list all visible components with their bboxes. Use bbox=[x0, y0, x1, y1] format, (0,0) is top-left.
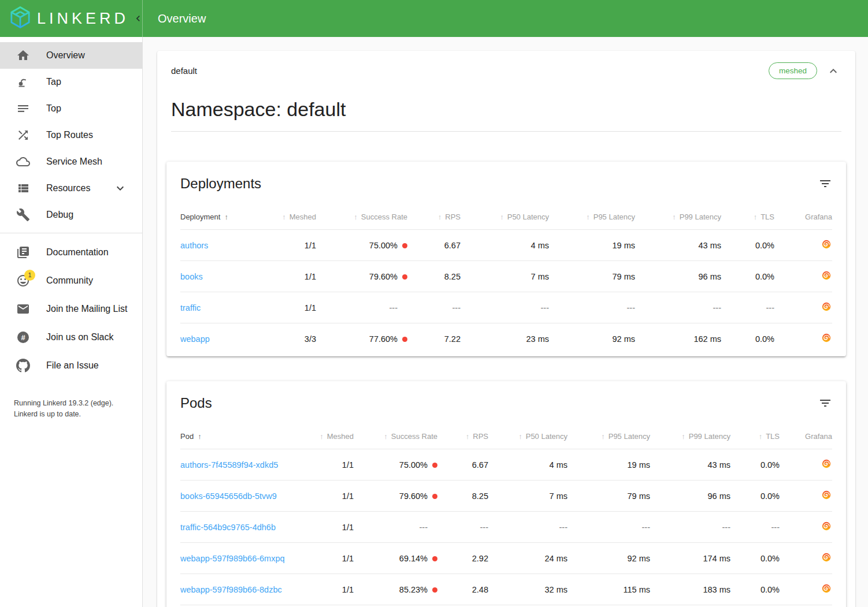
sidebar-item-debug[interactable]: Debug bbox=[0, 202, 142, 228]
namespace-panel-header: default meshed bbox=[157, 51, 855, 90]
column-header-success-rate[interactable]: ↑Success Rate bbox=[354, 425, 437, 449]
sidebar-item-label: Service Mesh bbox=[46, 157, 102, 167]
p99-latency-cell: 174 ms bbox=[650, 543, 730, 574]
app-bar: LINKERD Overview bbox=[0, 0, 868, 37]
p99-latency-cell: 96 ms bbox=[650, 481, 730, 512]
page-title: Overview bbox=[158, 12, 206, 25]
rps-cell: 8.25 bbox=[437, 481, 488, 512]
deployment-link[interactable]: webapp bbox=[180, 334, 210, 344]
deployment-link[interactable]: traffic bbox=[180, 303, 201, 312]
p99-latency-cell: 43 ms bbox=[650, 449, 730, 481]
table-row: authors-7f45589f94-xdkd51/175.00%6.674 m… bbox=[180, 449, 832, 481]
pods-card-title: Pods bbox=[180, 395, 212, 411]
pod-link[interactable]: traffic-564b9c9765-4dh6b bbox=[180, 523, 276, 532]
sidebar-item-join-the-mailing-list[interactable]: Join the Mailing List bbox=[0, 295, 142, 323]
sidebar-item-join-us-on-slack[interactable]: #Join us on Slack bbox=[0, 323, 142, 351]
chevron-down-icon[interactable] bbox=[113, 181, 127, 195]
grafana-link[interactable] bbox=[821, 583, 832, 594]
grafana-link[interactable] bbox=[821, 520, 832, 532]
column-header-p50[interactable]: ↑P50 Latency bbox=[488, 425, 567, 449]
table-row: webapp3/377.60%7.2223 ms92 ms162 ms0.0% bbox=[180, 323, 832, 355]
success-rate-cell: --- bbox=[354, 512, 437, 543]
sidebar-item-top-routes[interactable]: Top Routes bbox=[0, 122, 142, 148]
app-bar-main: Overview bbox=[143, 0, 868, 37]
column-header-p99[interactable]: ↑P99 Latency bbox=[650, 425, 730, 449]
p99-latency-cell: 183 ms bbox=[650, 574, 730, 605]
name-cell: webapp-597f989b66-8dzbc bbox=[180, 574, 296, 605]
sidebar-item-label: File an Issue bbox=[46, 360, 99, 371]
grafana-link[interactable] bbox=[821, 489, 832, 501]
sort-arrow-icon: ↑ bbox=[320, 432, 324, 441]
column-header-p99[interactable]: ↑P99 Latency bbox=[635, 206, 721, 230]
grafana-icon bbox=[821, 458, 832, 470]
sort-arrow-icon: ↑ bbox=[759, 432, 763, 441]
column-header-rps[interactable]: ↑RPS bbox=[407, 206, 461, 230]
tap-icon bbox=[16, 75, 30, 89]
deployment-link[interactable]: authors bbox=[180, 241, 208, 250]
sidebar: OverviewTapTopTop RoutesService MeshReso… bbox=[0, 37, 143, 607]
sidebar-item-label: Join us on Slack bbox=[46, 332, 114, 342]
p95-latency-cell: 19 ms bbox=[549, 230, 635, 261]
sidebar-item-top[interactable]: Top bbox=[0, 95, 142, 122]
pod-link[interactable]: webapp-597f989b66-6mxpq bbox=[180, 554, 285, 563]
panel-collapse-button[interactable] bbox=[825, 63, 841, 79]
column-header-tls[interactable]: ↑TLS bbox=[730, 425, 780, 449]
sidebar-item-community[interactable]: 1Community bbox=[0, 266, 142, 295]
pod-link[interactable]: authors-7f45589f94-xdkd5 bbox=[180, 460, 278, 470]
sidebar-item-service-mesh[interactable]: Service Mesh bbox=[0, 148, 142, 175]
grafana-link[interactable] bbox=[821, 270, 832, 281]
p95-latency-cell: 92 ms bbox=[549, 323, 635, 355]
column-header-p50[interactable]: ↑P50 Latency bbox=[461, 206, 549, 230]
alert-dot bbox=[402, 337, 407, 342]
table-row: books-65945656db-5tvw91/179.60%8.257 ms7… bbox=[180, 481, 832, 512]
pods-filter-button[interactable] bbox=[818, 396, 832, 410]
p95-latency-cell: 79 ms bbox=[549, 261, 635, 292]
meshed-cell: 1/1 bbox=[296, 481, 354, 512]
home-icon bbox=[16, 49, 30, 62]
wrench-icon bbox=[16, 208, 30, 222]
sidebar-item-resources[interactable]: Resources bbox=[0, 175, 142, 202]
sidebar-item-label: Overview bbox=[46, 50, 85, 61]
mail-icon bbox=[16, 302, 30, 316]
grafana-icon bbox=[821, 583, 832, 594]
meshed-badge[interactable]: meshed bbox=[769, 62, 817, 79]
success-rate-cell: 79.60% bbox=[316, 261, 407, 292]
sidebar-item-overview[interactable]: Overview bbox=[0, 42, 142, 69]
grafana-icon bbox=[821, 489, 832, 501]
alert-dot bbox=[432, 587, 437, 593]
grafana-cell bbox=[780, 481, 832, 512]
column-header-pod[interactable]: Pod↑ bbox=[180, 425, 296, 449]
meshed-cell: 1/1 bbox=[296, 605, 354, 607]
grafana-link[interactable] bbox=[821, 332, 832, 344]
sort-arrow-icon: ↑ bbox=[754, 213, 758, 221]
column-header-p95[interactable]: ↑P95 Latency bbox=[567, 425, 650, 449]
tls-cell: 0.0% bbox=[730, 449, 780, 481]
column-header-p95[interactable]: ↑P95 Latency bbox=[549, 206, 635, 230]
sidebar-item-label: Tap bbox=[46, 77, 61, 87]
sidebar-item-documentation[interactable]: Documentation bbox=[0, 238, 142, 266]
pod-link[interactable]: books-65945656db-5tvw9 bbox=[180, 491, 277, 501]
column-header-tls[interactable]: ↑TLS bbox=[721, 206, 774, 230]
deployment-link[interactable]: books bbox=[180, 272, 203, 281]
alert-dot bbox=[432, 494, 437, 499]
deployments-filter-button[interactable] bbox=[818, 177, 832, 191]
grafana-link[interactable] bbox=[821, 552, 832, 563]
column-header-success-rate[interactable]: ↑Success Rate bbox=[316, 206, 407, 230]
grafana-link[interactable] bbox=[821, 458, 832, 470]
table-row: books1/179.60%8.257 ms79 ms96 ms0.0% bbox=[180, 261, 832, 292]
rps-cell: 2.48 bbox=[437, 574, 488, 605]
column-header-meshed[interactable]: ↑Meshed bbox=[296, 425, 354, 449]
column-header-deployment[interactable]: Deployment↑ bbox=[180, 206, 261, 230]
sidebar-item-file-an-issue[interactable]: File an Issue bbox=[0, 351, 142, 379]
pod-link[interactable]: webapp-597f989b66-8dzbc bbox=[180, 585, 282, 594]
sidebar-item-tap[interactable]: Tap bbox=[0, 69, 142, 95]
column-header-meshed[interactable]: ↑Meshed bbox=[261, 206, 316, 230]
alert-dot bbox=[432, 463, 437, 468]
rps-cell: 1.83 bbox=[437, 605, 488, 607]
grafana-link[interactable] bbox=[821, 239, 832, 250]
namespace-panel: default meshed Namespace: default Deploy… bbox=[157, 51, 855, 607]
grafana-link[interactable] bbox=[821, 301, 832, 312]
column-header-rps[interactable]: ↑RPS bbox=[437, 425, 488, 449]
meshed-cell: 1/1 bbox=[261, 230, 316, 261]
grafana-cell bbox=[774, 323, 832, 355]
